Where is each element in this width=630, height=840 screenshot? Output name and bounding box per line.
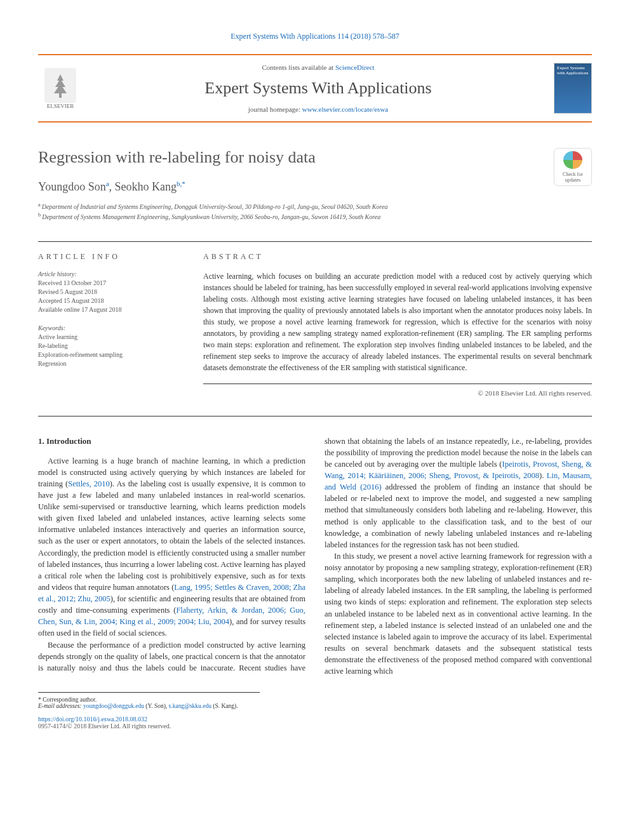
citation-link[interactable]: Settles, 2010 xyxy=(68,479,110,488)
abstract-text: Active learning, which focuses on buildi… xyxy=(203,270,592,373)
keywords-label: Keywords: xyxy=(38,324,178,331)
article-info: ARTICLE INFO Article history: Received 1… xyxy=(38,252,178,397)
keyword: Active learning xyxy=(38,333,178,342)
journal-name: Expert Systems With Applications xyxy=(95,79,541,98)
running-header: Expert Systems With Applications 114 (20… xyxy=(38,32,592,41)
author-name: Youngdoo Son xyxy=(38,180,106,193)
corresponding-note: * Corresponding author. xyxy=(38,697,260,703)
history-accepted: Accepted 15 August 2018 xyxy=(38,297,178,305)
authors: Youngdoo Sona, Seokho Kangb,* xyxy=(38,180,592,194)
corresponding-sup: * xyxy=(182,180,185,187)
contents-line: Contents lists available at ScienceDirec… xyxy=(95,63,541,71)
article-title: Regression with re-labeling for noisy da… xyxy=(38,148,592,167)
doi-link[interactable]: https://doi.org/10.1016/j.eswa.2018.08.0… xyxy=(38,716,147,723)
abstract-heading: ABSTRACT xyxy=(203,252,592,262)
history-available: Available online 17 August 2018 xyxy=(38,305,178,314)
info-heading: ARTICLE INFO xyxy=(38,252,178,262)
abstract: ABSTRACT Active learning, which focuses … xyxy=(203,252,592,397)
paragraph: In this study, we present a novel active… xyxy=(325,550,592,677)
author-name: Seokho Kang xyxy=(115,180,177,193)
history-revised: Revised 5 August 2018 xyxy=(38,288,178,297)
paragraph: Active learning is a huge branch of mach… xyxy=(38,455,305,639)
footnotes: * Corresponding author. E-mail addresses… xyxy=(38,692,260,709)
footer: https://doi.org/10.1016/j.eswa.2018.08.0… xyxy=(38,716,592,730)
keyword: Exploration-refinement sampling xyxy=(38,350,178,359)
check-updates-label: Check for updates xyxy=(557,171,589,183)
check-updates-badge[interactable]: Check for updates xyxy=(554,148,592,186)
section-title: 1. Introduction xyxy=(38,436,305,448)
keyword: Regression xyxy=(38,359,178,368)
affiliation-a: Department of Industrial and Systems Eng… xyxy=(42,203,388,210)
publisher-logo: ELSEVIER xyxy=(38,63,83,114)
issn-line: 0957-4174/© 2018 Elsevier Ltd. All right… xyxy=(38,723,171,730)
email-link[interactable]: s.kang@skku.edu xyxy=(169,703,211,709)
email-link[interactable]: youngdoo@dongguk.edu xyxy=(83,703,144,709)
body-text: 1. Introduction Active learning is a hug… xyxy=(38,436,592,677)
sciencedirect-link[interactable]: ScienceDirect xyxy=(335,63,375,71)
crossmark-icon xyxy=(563,151,582,169)
journal-homepage: journal homepage: www.elsevier.com/locat… xyxy=(95,105,541,113)
affiliation-b: Department of Systems Management Enginee… xyxy=(42,214,380,221)
email-label: E-mail addresses: xyxy=(38,703,83,709)
divider xyxy=(203,383,592,384)
publisher-name: ELSEVIER xyxy=(47,103,74,109)
divider xyxy=(38,241,592,242)
history-label: Article history: xyxy=(38,270,178,277)
affiliations: aDepartment of Industrial and Systems En… xyxy=(38,201,592,222)
history-received: Received 13 October 2017 xyxy=(38,279,178,288)
divider xyxy=(38,416,592,417)
journal-banner: ELSEVIER Contents lists available at Sci… xyxy=(38,54,592,123)
homepage-link[interactable]: www.elsevier.com/locate/eswa xyxy=(302,105,389,113)
keyword: Re-labeling xyxy=(38,342,178,350)
elsevier-tree-icon xyxy=(44,68,76,103)
journal-cover-thumb: Expert Systems with Applications xyxy=(554,63,592,114)
copyright: © 2018 Elsevier Ltd. All rights reserved… xyxy=(203,389,592,397)
